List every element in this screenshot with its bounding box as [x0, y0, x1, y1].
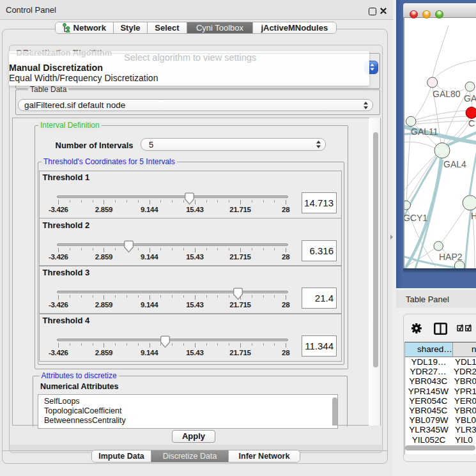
- svg-text:GA: GA: [464, 93, 476, 104]
- svg-text:H: H: [471, 211, 476, 221]
- svg-text:GAL80: GAL80: [433, 89, 461, 99]
- svg-text:HAP2: HAP2: [439, 252, 463, 262]
- svg-text:GAL4: GAL4: [443, 159, 466, 169]
- svg-text:GAL11: GAL11: [411, 127, 438, 137]
- svg-text:C: C: [468, 118, 475, 128]
- svg-text:GCY1: GCY1: [404, 213, 427, 223]
